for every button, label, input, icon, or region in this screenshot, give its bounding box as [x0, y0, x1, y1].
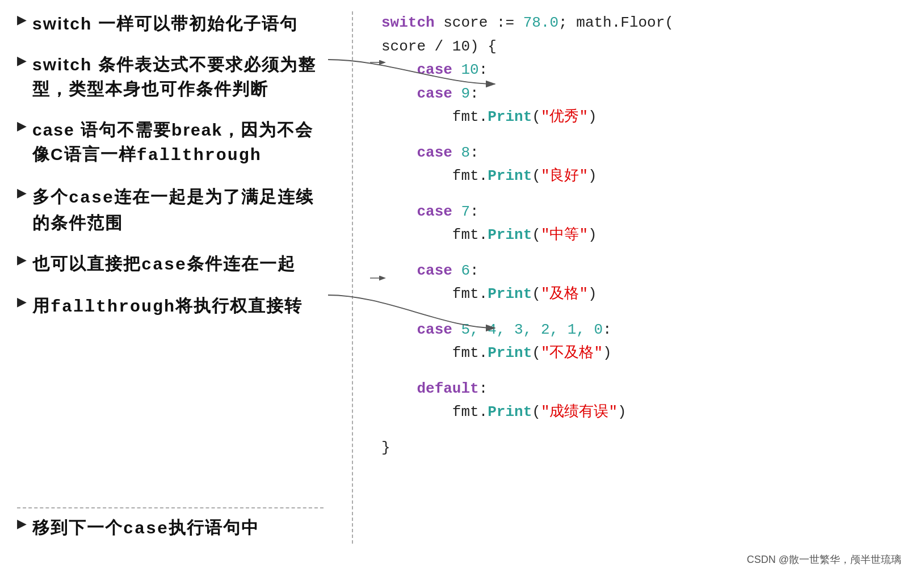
footer-text: CSDN @散一世繁华，颅半世琉璃	[747, 554, 901, 565]
code-token: :	[479, 380, 488, 397]
code-line: fmt.Print("良好")	[381, 165, 907, 188]
code-line	[381, 424, 907, 436]
code-token: case	[417, 61, 452, 78]
code-token: 9	[461, 85, 470, 102]
code-token: .	[479, 344, 488, 361]
bullet-arrow-3: ▶	[17, 120, 27, 132]
code-token: .	[479, 167, 488, 184]
code-token	[452, 85, 461, 102]
code-line	[381, 188, 907, 200]
code-token: Print	[488, 403, 532, 420]
code-token: .	[479, 108, 488, 125]
code-line: fmt.Print("及格")	[381, 283, 907, 306]
code-token: fmt	[381, 285, 479, 302]
bullet-item-5: ▶ 也可以直接把case条件连在一起	[17, 251, 324, 278]
code-line: fmt.Print("不及格")	[381, 342, 907, 365]
code-line: case 10:	[381, 58, 907, 82]
code-line: case 9:	[381, 82, 907, 106]
code-token: "优秀"	[541, 108, 588, 125]
code-token: 8	[461, 144, 470, 161]
code-token: fmt	[381, 226, 479, 243]
code-token: :	[470, 203, 479, 220]
code-line	[381, 129, 907, 141]
code-token: 78.0	[523, 14, 558, 31]
code-token: "中等"	[541, 226, 588, 243]
code-line: score / 10) {	[381, 35, 907, 59]
bullet-item-3: ▶ case 语句不需要break，因为不会像C语言一样fallthrough	[17, 117, 324, 169]
code-line: case 7:	[381, 200, 907, 224]
code-token: case	[417, 144, 452, 161]
code-token	[381, 61, 417, 78]
code-token: default	[417, 380, 478, 397]
right-panel: switch score := 78.0; math.Floor(score /…	[381, 11, 907, 544]
code-token	[381, 380, 417, 397]
code-token: .	[479, 403, 488, 420]
code-token: }	[381, 439, 390, 456]
code-token	[452, 203, 461, 220]
bullet-text-last: 移到下一个case执行语句中	[32, 515, 259, 542]
code-token: fmt	[381, 403, 479, 420]
code-line: default:	[381, 377, 907, 401]
code-token: (	[532, 167, 541, 184]
code-token: )	[603, 344, 612, 361]
code-token: Print	[488, 167, 532, 184]
code-token: (	[532, 108, 541, 125]
code-token: Print	[488, 226, 532, 243]
code-line: case 5, 4, 3, 2, 1, 0:	[381, 318, 907, 342]
code-token: case	[417, 203, 452, 220]
code-token: "不及格"	[541, 344, 603, 361]
bullet-item-4: ▶ 多个case连在一起是为了满足连续的条件范围	[17, 184, 324, 235]
code-token: 5, 4, 3, 2, 1, 0	[461, 321, 603, 338]
code-token: "及格"	[541, 285, 588, 302]
code-token: Print	[488, 108, 532, 125]
code-token: 7	[461, 203, 470, 220]
code-line	[381, 365, 907, 377]
bullet-text-4: 多个case连在一起是为了满足连续的条件范围	[32, 184, 324, 235]
code-line: fmt.Print("中等")	[381, 224, 907, 247]
code-token: case	[417, 321, 452, 338]
vertical-divider	[352, 11, 353, 544]
bullet-item-6: ▶ 用fallthrough将执行权直接转	[17, 293, 324, 320]
code-token: )	[588, 226, 597, 243]
code-token: case	[417, 85, 452, 102]
code-token: 10	[461, 61, 478, 78]
code-token: Print	[488, 285, 532, 302]
bullet-arrow-1: ▶	[17, 14, 27, 26]
bullet-text-5: 也可以直接把case条件连在一起	[32, 251, 296, 278]
code-token	[452, 144, 461, 161]
bullet-item-2: ▶ switch 条件表达式不要求必须为整型，类型本身也可作条件判断	[17, 52, 324, 102]
code-block: switch score := 78.0; math.Floor(score /…	[381, 11, 907, 460]
code-token: .	[479, 285, 488, 302]
code-line: }	[381, 436, 907, 460]
code-token	[452, 262, 461, 279]
footer: CSDN @散一世繁华，颅半世琉璃	[0, 549, 924, 572]
code-token: )	[588, 108, 597, 125]
code-token: score :=	[435, 14, 523, 31]
code-token: :	[470, 144, 479, 161]
code-token	[381, 203, 417, 220]
code-token: )	[588, 285, 597, 302]
code-token: :	[470, 262, 479, 279]
code-line: fmt.Print("优秀")	[381, 106, 907, 129]
code-token: :	[470, 85, 479, 102]
main-container: ▶ switch 一样可以带初始化子语句 ▶ switch 条件表达式不要求必须…	[0, 0, 924, 549]
code-token: :	[603, 321, 612, 338]
code-line: case 6:	[381, 259, 907, 283]
code-token: ; math.Floor(	[558, 14, 674, 31]
code-token: "成绩有误"	[541, 403, 618, 420]
code-token: (	[532, 344, 541, 361]
code-token: fmt	[381, 108, 479, 125]
bullet-arrow-6: ▶	[17, 296, 27, 308]
code-line: case 8:	[381, 141, 907, 165]
code-token	[452, 321, 461, 338]
bullet-text-3: case 语句不需要break，因为不会像C语言一样fallthrough	[32, 117, 324, 169]
bullet-item-1: ▶ switch 一样可以带初始化子语句	[17, 11, 324, 36]
code-token	[381, 144, 417, 161]
code-token	[381, 321, 417, 338]
code-token: Print	[488, 344, 532, 361]
bullet-arrow-2: ▶	[17, 54, 27, 67]
code-token: (	[532, 285, 541, 302]
last-bullet: ▶ 移到下一个case执行语句中	[17, 508, 324, 544]
bullet-text-1: switch 一样可以带初始化子语句	[32, 11, 298, 36]
code-token: :	[479, 61, 488, 78]
